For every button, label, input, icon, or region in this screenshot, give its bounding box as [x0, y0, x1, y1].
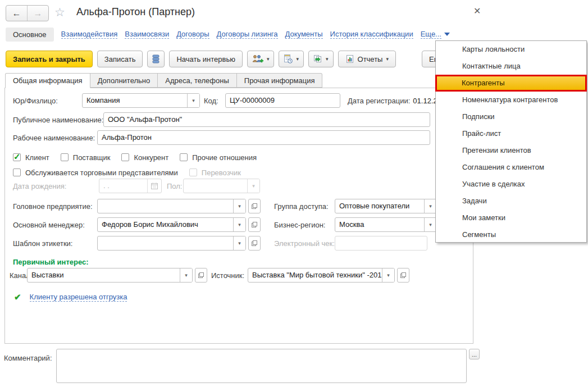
- registration-date-label: Дата регистрации:: [348, 97, 410, 105]
- open-reference-button[interactable]: [248, 217, 261, 232]
- checkbox-icon[interactable]: [13, 169, 21, 176]
- calendar-icon: [147, 179, 161, 193]
- code-row: ЦУ-00000009: [225, 93, 340, 108]
- forward-button[interactable]: →: [28, 6, 48, 21]
- checkbox-label: Прочие отношения: [192, 153, 257, 162]
- add-client-button[interactable]: ▾: [247, 51, 275, 67]
- dropdown-arrow-icon[interactable]: ▾: [424, 218, 436, 231]
- menu-item-loyalty-cards[interactable]: Карты лояльности: [436, 41, 586, 58]
- save-and-close-button[interactable]: Записать и закрыть: [6, 51, 93, 67]
- manager-select[interactable]: Федоров Борис Михайлович ▾: [97, 217, 246, 232]
- dropdown-arrow-icon[interactable]: ▾: [233, 236, 245, 250]
- access-group-label: Группа доступа:: [274, 199, 329, 213]
- nav-item-documents[interactable]: Документы: [285, 30, 323, 39]
- menu-item-subscriptions[interactable]: Подписки: [436, 108, 586, 125]
- nav-item-contracts[interactable]: Договоры: [176, 30, 209, 39]
- nav-more-label[interactable]: Еще...: [421, 30, 441, 39]
- birth-date-row: . .: [99, 179, 162, 193]
- menu-item-deal-participation[interactable]: Участие в сделках: [436, 176, 586, 193]
- business-region-select[interactable]: Москва ▾: [335, 217, 437, 232]
- dropdown-arrow-icon[interactable]: ▾: [187, 94, 199, 107]
- menu-item-contact-persons[interactable]: Контактные лица: [436, 58, 586, 75]
- dropdown-arrow-icon: ▾: [247, 179, 259, 193]
- label-template-select[interactable]: ▾: [97, 236, 246, 251]
- code-input[interactable]: ЦУ-00000009: [225, 93, 340, 108]
- section-nav: Основное Взаимодействия Взаимосвязи Дого…: [6, 27, 450, 42]
- menu-item-my-notes[interactable]: Мои заметки: [436, 210, 586, 226]
- open-reference-button[interactable]: [195, 268, 207, 283]
- chevron-down-icon: ▾: [386, 57, 389, 62]
- start-interview-button[interactable]: Начать интервью: [169, 51, 243, 67]
- access-group-row: Оптовые покупатели ▾: [335, 199, 437, 213]
- tab-addresses-phones[interactable]: Адреса, телефоны: [158, 73, 237, 88]
- birth-date-input: . .: [99, 179, 162, 193]
- nav-item-classification-history[interactable]: История классификации: [330, 30, 413, 39]
- nav-item-main[interactable]: Основное: [6, 28, 54, 42]
- menu-item-price-list[interactable]: Прайс-лист: [436, 125, 586, 142]
- legal-type-select[interactable]: Компания ▾: [82, 93, 200, 108]
- dropdown-arrow-icon[interactable]: ▾: [233, 199, 245, 213]
- favorite-star-icon[interactable]: ☆: [54, 6, 65, 19]
- checkbox-client[interactable]: Клиент: [13, 153, 49, 162]
- open-reference-button[interactable]: [248, 199, 261, 213]
- primary-interest-heading: Первичный интерес:: [13, 257, 89, 266]
- reports-label: Отчеты: [358, 55, 383, 63]
- register-records-button[interactable]: [147, 51, 165, 67]
- nav-item-more[interactable]: Еще...: [421, 30, 450, 39]
- save-button[interactable]: Записать: [97, 51, 143, 67]
- tab-general-info[interactable]: Общая информация: [5, 73, 90, 88]
- e-receipt-label: Электронный чек:: [274, 236, 335, 251]
- label-template-label: Шаблон этикетки:: [13, 236, 72, 251]
- menu-item-tasks[interactable]: Задачи: [436, 193, 586, 210]
- source-value: Выставка "Мир бытовой техники" -2015: [248, 268, 382, 282]
- working-name-input[interactable]: Альфа-Протон: [97, 130, 430, 145]
- checkbox-other-relations[interactable]: Прочие отношения: [180, 153, 257, 162]
- menu-item-counterparties[interactable]: Контрагенты: [435, 75, 587, 92]
- dropdown-arrow-icon[interactable]: ▾: [424, 199, 436, 213]
- back-button[interactable]: ←: [6, 6, 28, 21]
- dropdown-arrow-icon[interactable]: ▾: [382, 268, 394, 282]
- menu-item-client-claims[interactable]: Претензии клиентов: [436, 142, 586, 159]
- business-region-row: Москва ▾: [335, 217, 437, 232]
- head-company-select[interactable]: ▾: [97, 199, 246, 213]
- reports-button[interactable]: Отчеты ▾: [338, 51, 396, 67]
- chevron-down-icon: ▾: [267, 57, 270, 62]
- open-reference-button[interactable]: [397, 268, 409, 283]
- public-name-row: ООО "Альфа-Протон": [103, 112, 430, 127]
- channel-select[interactable]: Выставки ▾: [27, 268, 193, 283]
- nav-item-interactions[interactable]: Взаимодействия: [61, 30, 118, 39]
- relation-checkboxes: Клиент Поставщик Конкурент Прочие отноше…: [13, 150, 257, 165]
- nav-item-relations[interactable]: Взаимосвязи: [125, 30, 169, 39]
- checkbox-icon[interactable]: [13, 153, 21, 161]
- schedule-document-button[interactable]: ▾: [279, 51, 304, 67]
- shipment-allowed-link[interactable]: Клиенту разрешена отгрузка: [30, 293, 127, 302]
- registration-date-row: Дата регистрации: 01.12.20: [348, 93, 441, 108]
- open-reference-button[interactable]: [248, 236, 261, 251]
- create-based-on-button[interactable]: ▾: [308, 51, 334, 67]
- bar-chart-icon: [345, 54, 354, 63]
- menu-item-counterparty-nomenclature[interactable]: Номенклатура контрагентов: [436, 92, 586, 108]
- checkbox-icon[interactable]: [121, 153, 129, 161]
- source-select[interactable]: Выставка "Мир бытовой техники" -2015 ▾: [248, 268, 395, 283]
- checkbox-competitor[interactable]: Конкурент: [121, 153, 168, 162]
- comment-label: Комментарий:: [4, 354, 52, 362]
- nav-item-leasing-contracts[interactable]: Договоры лизинга: [217, 30, 278, 39]
- menu-item-segments[interactable]: Сегменты: [436, 226, 586, 243]
- comment-expand-button[interactable]: ...: [469, 349, 480, 359]
- dropdown-arrow-icon[interactable]: ▾: [233, 218, 245, 231]
- menu-item-client-agreements[interactable]: Соглашения с клиентом: [436, 159, 586, 176]
- dropdown-arrow-icon[interactable]: ▾: [180, 268, 192, 282]
- gender-value: [184, 179, 247, 193]
- checkbox-icon[interactable]: [180, 153, 188, 161]
- checkbox-icon[interactable]: [61, 153, 69, 161]
- public-name-input[interactable]: ООО "Альфа-Протон": [103, 112, 430, 127]
- head-company-label: Головное предприятие:: [13, 199, 93, 213]
- history-nav: ← →: [6, 5, 49, 21]
- tab-other-info[interactable]: Прочая информация: [237, 73, 323, 88]
- comment-input[interactable]: [56, 349, 467, 383]
- checkbox-supplier[interactable]: Поставщик: [61, 153, 111, 162]
- checkbox-served-by-reps[interactable]: Обслуживается торговыми представителями: [13, 169, 178, 177]
- access-group-select[interactable]: Оптовые покупатели ▾: [335, 199, 437, 213]
- tab-additional[interactable]: Дополнительно: [90, 73, 158, 88]
- close-icon[interactable]: ✕: [473, 6, 481, 16]
